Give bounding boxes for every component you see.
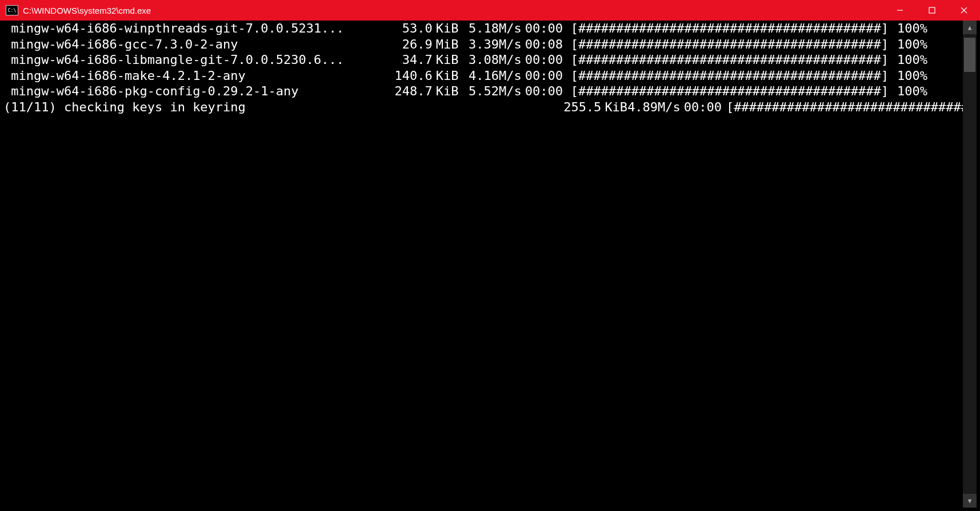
vertical-scrollbar[interactable]: ▲ ▼ — [963, 21, 977, 508]
console-line: mingw-w64-i686-pkg-config-0.29.2-1-any 2… — [3, 83, 963, 99]
console-line: mingw-w64-i686-gcc-7.3.0-2-any 26.9MiB3.… — [3, 37, 963, 53]
scroll-up-button[interactable]: ▲ — [963, 21, 977, 34]
scroll-down-button[interactable]: ▼ — [963, 494, 977, 508]
maximize-button[interactable] — [916, 0, 948, 21]
console-output[interactable]: mingw-w64-i686-winpthreads-git-7.0.0.523… — [3, 21, 963, 508]
svg-rect-1 — [929, 7, 935, 13]
console-line: (11/11) checking keys in keyring 255.5Ki… — [3, 99, 963, 115]
console-line: mingw-w64-i686-make-4.2.1-2-any 140.6KiB… — [3, 68, 963, 84]
console-line: mingw-w64-i686-winpthreads-git-7.0.0.523… — [3, 21, 963, 37]
window-title: C:\WINDOWS\system32\cmd.exe — [23, 6, 151, 15]
console-line: mingw-w64-i686-libmangle-git-7.0.0.5230.… — [3, 52, 963, 68]
minimize-button[interactable] — [884, 0, 916, 21]
titlebar[interactable]: C:\ C:\WINDOWS\system32\cmd.exe — [0, 0, 980, 21]
close-button[interactable] — [948, 0, 980, 21]
scrollbar-thumb[interactable] — [964, 38, 975, 72]
cmd-icon: C:\ — [6, 5, 18, 15]
